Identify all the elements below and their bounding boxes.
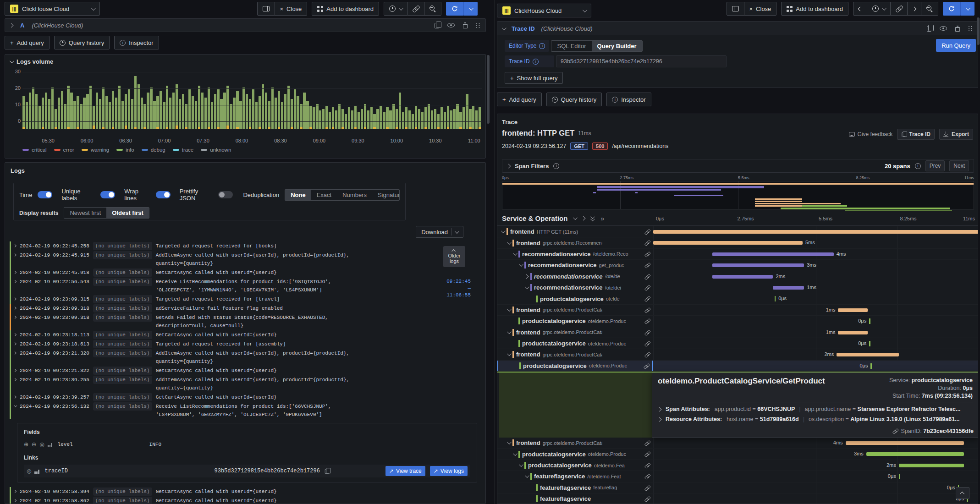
inspector-button[interactable]: iInspector (114, 36, 159, 49)
span-name-cell[interactable]: featureflagservice/oteldemo.Feat (497, 471, 653, 482)
legend-item[interactable]: warning (82, 147, 109, 153)
span-name-cell[interactable]: recommendationservice/oteldemo.Reco (497, 249, 653, 259)
prettify-json-toggle[interactable] (218, 191, 233, 198)
log-expand-icon[interactable] (13, 369, 17, 372)
editor-type-option-sql-editor[interactable]: SQL Editor (551, 41, 591, 51)
left-scrollbar[interactable] (487, 55, 490, 124)
span-row[interactable]: frontendgrpc.oteldemo.RecommendationServ… (497, 237, 978, 248)
scroll-to-top-button[interactable] (956, 487, 969, 499)
datasource-picker[interactable]: ||| ClickHouse Cloud (5, 2, 100, 16)
log-row[interactable]: 2024-02-19 09:23:39.255(no unique labels… (10, 375, 468, 393)
trace-id-input[interactable]: 93b5d327129815e4bb26bc74e2b17296 (556, 55, 727, 67)
span-expand-icon[interactable] (507, 352, 512, 356)
span-name-cell[interactable]: productcatalogserviceoteldemo.Produc (497, 316, 653, 326)
log-row[interactable]: 2024-02-19 09:23:39.257(no unique labels… (10, 393, 468, 402)
span-duration-bar[interactable] (837, 353, 899, 356)
span-duration-bar[interactable] (838, 308, 868, 312)
span-link-icon[interactable] (644, 363, 649, 368)
span-link-icon[interactable] (644, 263, 650, 268)
wrap-lines-toggle[interactable] (156, 191, 171, 198)
span-name-cell[interactable]: productcatalogserviceoteldemo.Produc (497, 361, 653, 371)
datasource-picker[interactable]: ||| ClickHouse Cloud (497, 4, 591, 17)
span-expand-icon[interactable] (524, 274, 529, 279)
split-close-left-button[interactable] (257, 2, 275, 16)
log-expand-icon[interactable] (13, 499, 17, 502)
span-name-cell[interactable]: productcatalogserviceotelde (497, 293, 653, 304)
time-shift-forward-button[interactable] (908, 2, 921, 16)
legend-item[interactable]: info (116, 147, 134, 153)
log-row[interactable]: 2024-02-19 09:23:58.394(no unique labels… (10, 487, 468, 496)
span-link-icon[interactable] (644, 319, 650, 324)
span-row[interactable]: productcatalogserviceotelde0μs (497, 293, 978, 304)
zoom-out-button[interactable] (921, 2, 938, 16)
span-name-cell[interactable]: frontendgrpc.oteldemo.ProductCatalogServ… (497, 327, 653, 338)
span-link-icon[interactable] (644, 241, 650, 246)
span-row[interactable]: recommendationservice/oteldei1ms (497, 282, 978, 293)
span-row[interactable]: productcatalogserviceoteldemo.Produc3ms (497, 449, 978, 460)
add-to-dashboard-button[interactable]: Add to dashboard (312, 2, 379, 16)
dedup-option-exact[interactable]: Exact (311, 190, 337, 200)
run-refresh-button[interactable] (943, 2, 960, 16)
span-expand-icon[interactable] (519, 262, 523, 267)
span-row[interactable]: frontendgrpc.oteldemo.ProductCatalogServ… (497, 305, 978, 316)
span-name-cell[interactable]: productcatalogserviceoteldemo.Fea (497, 460, 653, 471)
span-attributes-expand-icon[interactable] (657, 407, 662, 411)
span-link-icon[interactable] (644, 274, 650, 279)
filter-out-icon[interactable]: ⊖ (32, 441, 36, 448)
span-filters-expand-icon[interactable] (507, 164, 511, 168)
dedup-option-numbers[interactable]: Numbers (337, 190, 372, 200)
legend-item[interactable]: unknown (201, 147, 231, 153)
span-link-icon[interactable] (644, 285, 650, 290)
log-expand-icon[interactable] (13, 316, 17, 319)
span-expand-icon[interactable] (513, 451, 518, 456)
expand-one-icon[interactable] (581, 216, 586, 221)
stats-icon[interactable] (34, 469, 40, 474)
span-duration-bar[interactable] (899, 464, 964, 467)
span-name-cell[interactable]: recommendationservice/otelde (497, 271, 653, 282)
span-name-cell[interactable]: frontendgrpc.oteldemo.RecommendationServ… (497, 237, 653, 248)
span-link-icon[interactable] (644, 352, 650, 357)
drag-handle-icon[interactable] (968, 25, 973, 32)
duplicate-query-icon[interactable] (927, 26, 931, 32)
query-collapse-icon[interactable] (502, 26, 507, 30)
log-expand-icon[interactable] (13, 297, 17, 301)
span-expand-icon[interactable] (525, 474, 529, 478)
span-expand-icon[interactable] (507, 240, 512, 245)
prev-span-button[interactable]: Prev (925, 160, 945, 171)
older-logs-button[interactable]: Older logs (443, 246, 465, 267)
span-duration-tick[interactable] (869, 341, 870, 346)
filter-for-icon[interactable]: ⊕ (24, 441, 28, 448)
log-expand-icon[interactable] (13, 244, 17, 247)
log-expand-icon[interactable] (13, 395, 17, 399)
log-expand-icon[interactable] (13, 490, 17, 493)
log-expand-icon[interactable] (13, 342, 17, 345)
visualise-icon[interactable]: ◎ (39, 441, 44, 448)
span-name-cell[interactable]: frontendHTTP GET (11ms) (497, 226, 653, 237)
span-link-icon[interactable] (644, 452, 650, 457)
log-row[interactable]: 2024-02-19 09:23:18.613(no unique labels… (10, 340, 468, 349)
span-duration-bar[interactable] (653, 241, 803, 245)
refresh-interval-dropdown[interactable] (463, 2, 478, 16)
span-row[interactable]: frontendHTTP GET (11ms) (497, 226, 978, 237)
log-row[interactable]: 2024-02-19 09:23:18.113(no unique labels… (10, 330, 468, 340)
log-expand-icon[interactable] (13, 271, 17, 274)
order-option-oldest-first[interactable]: Oldest first (106, 208, 149, 218)
span-row[interactable]: frontendgrpc.oteldemo.ProductCatalogServ… (497, 349, 978, 360)
span-duration-tick[interactable] (869, 318, 870, 324)
collapse-icon[interactable] (10, 59, 14, 63)
span-link-icon[interactable] (644, 341, 650, 346)
span-expand-icon[interactable] (501, 229, 506, 233)
span-row[interactable]: productcatalogserviceoteldemo.Produc0μs (497, 316, 978, 327)
span-expand-icon[interactable] (513, 251, 518, 256)
copy-icon[interactable] (325, 469, 329, 474)
query-ref-id[interactable]: A (20, 22, 24, 29)
dedup-option-none[interactable]: None (285, 190, 311, 200)
log-row[interactable]: 2024-02-19 09:23:21.322(no unique labels… (10, 366, 468, 375)
span-row[interactable]: productcatalogserviceoteldemo.Fea2ms (497, 460, 978, 471)
log-row[interactable]: 2024-02-19 09:22:45.258(no unique labels… (10, 241, 468, 251)
legend-item[interactable]: critical (22, 147, 47, 153)
span-link-icon[interactable] (644, 330, 650, 335)
log-expand-icon[interactable] (13, 351, 17, 355)
run-refresh-button[interactable] (446, 2, 463, 16)
close-split-button[interactable]: ×Close (275, 2, 308, 16)
